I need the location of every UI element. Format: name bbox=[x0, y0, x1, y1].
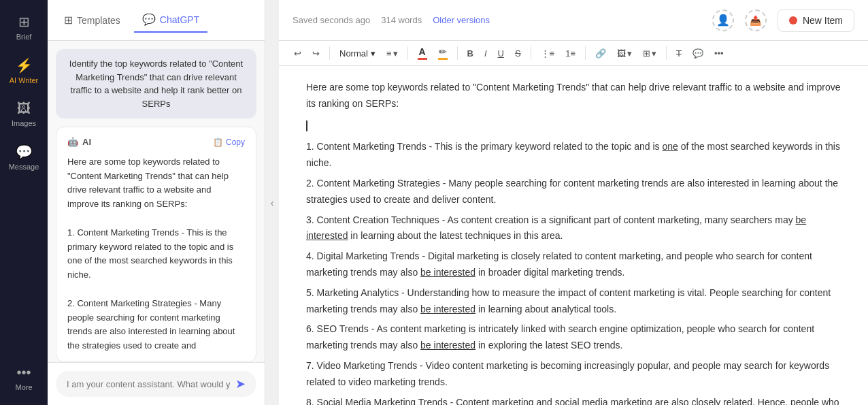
bullet-list-button[interactable]: ⋮≡ bbox=[537, 46, 559, 61]
templates-icon: ⊞ bbox=[64, 14, 73, 27]
undo-icon: ↩ bbox=[294, 48, 301, 59]
bold-button[interactable]: B bbox=[463, 46, 478, 61]
chat-input[interactable] bbox=[67, 379, 230, 389]
tab-chatgpt-label: ChatGPT bbox=[160, 14, 199, 25]
sidebar: ⊞ Brief ⚡ AI Writer 🖼 Images 💬 Message •… bbox=[0, 0, 48, 405]
more-options-button[interactable]: ••• bbox=[710, 46, 728, 61]
numbered-list-button[interactable]: 1≡ bbox=[561, 46, 580, 61]
chevron-left-icon: ‹ bbox=[271, 197, 274, 208]
toolbar-divider-2 bbox=[407, 46, 408, 60]
toolbar: ↩ ↪ Normal ▾ ≡ ▾ A ✏ B I U bbox=[279, 41, 868, 66]
editor-item-2: 2. Content Marketing Strategies - Many p… bbox=[306, 176, 841, 208]
ai-robot-icon: 🤖 bbox=[67, 135, 78, 150]
align-icon: ≡ bbox=[386, 48, 392, 59]
underline-button[interactable]: U bbox=[494, 46, 508, 61]
images-icon: 🖼 bbox=[17, 101, 31, 116]
comment-button[interactable]: 💬 bbox=[688, 46, 707, 61]
ai-message-bubble: 🤖 AI 📋 Copy Here are some top keywords r… bbox=[56, 127, 256, 362]
align-chevron: ▾ bbox=[393, 48, 398, 59]
toolbar-divider-5 bbox=[585, 46, 586, 60]
tab-templates[interactable]: ⊞ Templates bbox=[56, 8, 129, 32]
table-icon: ⊞ bbox=[643, 48, 650, 59]
font-color-letter: A bbox=[418, 46, 425, 57]
more-icon: ••• bbox=[16, 365, 31, 380]
new-item-dot bbox=[789, 16, 797, 25]
sidebar-item-images[interactable]: 🖼 Images bbox=[3, 95, 44, 133]
sidebar-item-brief[interactable]: ⊞ Brief bbox=[3, 8, 44, 46]
toolbar-divider-3 bbox=[457, 46, 458, 60]
word-count: 314 words bbox=[381, 15, 422, 25]
editor-item-1: 1. Content Marketing Trends - This is th… bbox=[306, 139, 841, 172]
chat-area: Identify the top keywords related to "Co… bbox=[48, 41, 265, 362]
tab-chatgpt[interactable]: 💬 ChatGPT bbox=[134, 7, 207, 33]
image-button[interactable]: 🖼 ▾ bbox=[613, 46, 636, 61]
middle-panel: ⊞ Templates 💬 ChatGPT Identify the top k… bbox=[48, 0, 265, 405]
sidebar-item-more[interactable]: ••• More bbox=[3, 359, 44, 397]
ai-writer-icon: ⚡ bbox=[16, 57, 33, 74]
user-message-text: Identify the top keywords related to "Co… bbox=[69, 59, 243, 109]
sidebar-item-ai-writer[interactable]: ⚡ AI Writer bbox=[3, 52, 44, 90]
clear-format-icon: T̶ bbox=[676, 48, 682, 59]
sidebar-item-message[interactable]: 💬 Message bbox=[3, 138, 44, 176]
highlight-letter: ✏ bbox=[439, 46, 447, 57]
message-icon: 💬 bbox=[16, 144, 33, 160]
font-color-button[interactable]: A bbox=[414, 45, 431, 61]
user-message-bubble: Identify the top keywords related to "Co… bbox=[56, 49, 256, 118]
editor-intro: Here are some top keywords related to "C… bbox=[306, 80, 841, 112]
strikethrough-button[interactable]: S bbox=[511, 46, 525, 61]
sidebar-label-images: Images bbox=[12, 119, 36, 127]
bold-icon: B bbox=[467, 48, 473, 59]
italic-button[interactable]: I bbox=[480, 46, 491, 61]
copy-button[interactable]: 📋 Copy bbox=[213, 137, 245, 147]
align-button[interactable]: ≡ ▾ bbox=[382, 46, 402, 61]
undo-button[interactable]: ↩ bbox=[290, 46, 305, 61]
sidebar-label-brief: Brief bbox=[16, 33, 32, 41]
toolbar-divider-4 bbox=[531, 46, 531, 60]
editor-cursor-line bbox=[306, 118, 841, 134]
editor-item-7: 7. Video Marketing Trends - Video conten… bbox=[306, 358, 841, 391]
user-avatar-button[interactable]: 👤 bbox=[712, 10, 734, 31]
tab-bar: ⊞ Templates 💬 ChatGPT bbox=[48, 0, 265, 41]
new-item-button[interactable]: New Item bbox=[778, 9, 854, 32]
tab-templates-label: Templates bbox=[77, 15, 120, 26]
strikethrough-icon: S bbox=[515, 48, 521, 59]
ai-bubble-header: 🤖 AI 📋 Copy bbox=[67, 135, 245, 150]
ai-message-text: Here are some top keywords related to "C… bbox=[67, 155, 245, 353]
numbered-list-icon: 1≡ bbox=[565, 48, 575, 59]
brief-icon: ⊞ bbox=[18, 14, 30, 30]
toolbar-divider-1 bbox=[329, 46, 330, 60]
link-button[interactable]: 🔗 bbox=[591, 46, 610, 61]
comment-icon: 💬 bbox=[692, 48, 703, 59]
underline-icon: U bbox=[498, 48, 504, 59]
saved-status: Saved seconds ago bbox=[293, 15, 370, 25]
table-button[interactable]: ⊞ ▾ bbox=[639, 46, 661, 61]
editor-area: Saved seconds ago 314 words Older versio… bbox=[279, 0, 868, 405]
redo-button[interactable]: ↪ bbox=[308, 46, 324, 61]
user-icon: 👤 bbox=[716, 14, 730, 27]
highlight-button[interactable]: ✏ bbox=[434, 45, 452, 61]
bullet-list-icon: ⋮≡ bbox=[541, 48, 555, 59]
collapse-panel-button[interactable]: ‹ bbox=[265, 0, 279, 405]
chatgpt-icon: 💬 bbox=[142, 13, 156, 26]
style-selector[interactable]: Normal ▾ bbox=[335, 46, 380, 61]
send-button[interactable]: ➤ bbox=[235, 376, 246, 391]
chat-input-area: ➤ bbox=[48, 362, 265, 405]
new-item-label: New Item bbox=[803, 15, 843, 26]
clear-format-button[interactable]: T̶ bbox=[672, 46, 686, 61]
redo-icon: ↪ bbox=[312, 48, 320, 59]
highlight-bar bbox=[438, 58, 448, 60]
editor-item-5: 5. Marketing Analytics - Understanding h… bbox=[306, 285, 841, 318]
italic-icon: I bbox=[484, 48, 487, 59]
editor-content[interactable]: Here are some top keywords related to "C… bbox=[279, 66, 868, 405]
editor-item-4: 4. Digital Marketing Trends - Digital ma… bbox=[306, 248, 841, 281]
more-options-icon: ••• bbox=[714, 48, 724, 59]
copy-label: Copy bbox=[226, 137, 245, 147]
editor-item-8: 8. Social Media Marketing Trends - Conte… bbox=[306, 395, 841, 405]
table-chevron: ▾ bbox=[652, 48, 656, 59]
font-color-bar bbox=[418, 58, 427, 60]
ai-label: 🤖 AI bbox=[67, 135, 91, 150]
share-button[interactable]: 📤 bbox=[745, 10, 767, 31]
older-versions-link[interactable]: Older versions bbox=[433, 15, 490, 25]
style-label: Normal bbox=[339, 48, 368, 59]
editor-item-3: 3. Content Creation Techniques - As cont… bbox=[306, 212, 841, 245]
